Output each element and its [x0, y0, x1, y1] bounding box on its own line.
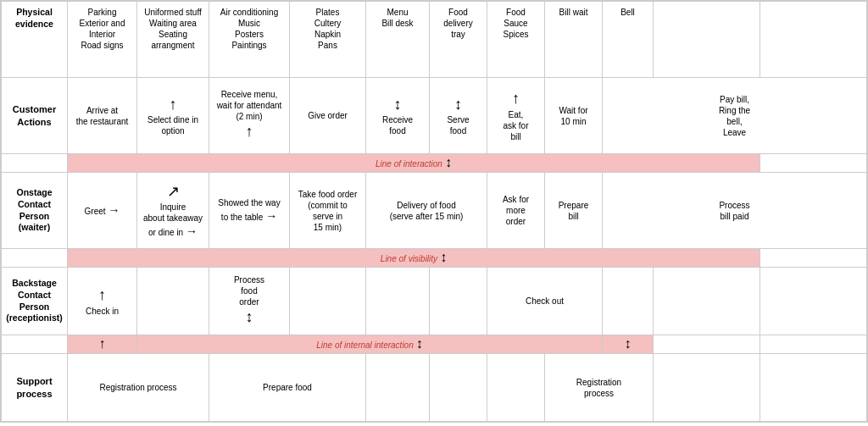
customer-select: ↑Select dine inoption	[137, 78, 209, 154]
customer-give-order: Give order	[290, 78, 366, 154]
support-label: Supportprocess	[2, 354, 68, 422]
line-of-internal-label: Line of internal interaction	[316, 340, 414, 350]
header-col9: Bell	[603, 2, 654, 78]
customer-eat: ↑Eat,ask forbill	[487, 78, 545, 154]
onstage-delivery: Delivery of food(serve after 15 min)	[366, 173, 487, 249]
customer-pay: Pay bill,Ring thebell,Leave	[603, 78, 867, 154]
customer-wait: Wait for10 min	[545, 78, 603, 154]
header-col2: Uniformed stuffWaiting areaSeating arran…	[137, 2, 209, 78]
support-prepare-food: Prepare food	[209, 354, 366, 422]
support-empty2	[430, 354, 487, 422]
header-col3: Air conditioningMusicPostersPaintings	[209, 2, 290, 78]
backstage-empty4	[430, 268, 487, 335]
header-col7: FoodSauceSpices	[487, 2, 545, 78]
header-col10	[654, 2, 760, 78]
onstage-inquire: ↗Inquireabout takeawayor dine in →	[137, 173, 209, 249]
backstage-empty5	[603, 268, 654, 335]
line-of-interaction-label: Line of interaction	[376, 159, 442, 169]
backstage-empty6	[654, 268, 760, 335]
onstage-row: OnstageContactPerson(waiter) Greet → ↗In…	[2, 173, 867, 249]
separator-interaction: Line of interaction ↕	[2, 154, 867, 173]
header-col8: Bill wait	[545, 2, 603, 78]
support-row: Supportprocess Registration process Prep…	[2, 354, 867, 422]
backstage-empty7	[760, 268, 867, 335]
customer-menu: Receive menu,wait for attendant(2 min) ↑	[209, 78, 290, 154]
support-empty1	[366, 354, 430, 422]
backstage-empty2	[290, 268, 366, 335]
onstage-take-order: Take food order(commit toserve in15 min)	[290, 173, 366, 249]
onstage-showed: Showed the wayto the table →	[209, 173, 290, 249]
onstage-ask-more: Ask formoreorder	[487, 173, 545, 249]
separator-visibility: Line of visibility ↕	[2, 249, 867, 268]
onstage-prepare-bill: Preparebill	[545, 173, 603, 249]
blueprint-container: Physical evidence ParkingExterior and In…	[0, 0, 868, 423]
backstage-empty1	[137, 268, 209, 335]
backstage-row: BackstageContactPerson(receptionist) ↑Ch…	[2, 268, 867, 335]
header-row: Physical evidence ParkingExterior and In…	[2, 2, 867, 78]
support-empty3	[487, 354, 545, 422]
customer-row: Customer Actions Arrive atthe restaurant…	[2, 78, 867, 154]
header-col11	[760, 2, 867, 78]
onstage-process-bill: Processbill paid	[603, 173, 867, 249]
support-empty4	[654, 354, 760, 422]
header-col5: MenuBill desk	[366, 2, 430, 78]
line-of-visibility-label: Line of visibility	[381, 254, 437, 263]
backstage-empty3	[366, 268, 430, 335]
customer-serve: ↕Servefood	[430, 78, 487, 154]
backstage-checkout: Check out	[487, 268, 603, 335]
backstage-process-food: Processfoodorder↕	[209, 268, 290, 335]
onstage-label: OnstageContactPerson(waiter)	[2, 173, 68, 249]
customer-arrive: Arrive atthe restaurant	[68, 78, 137, 154]
support-empty5	[760, 354, 867, 422]
customer-receive-food: ↕Receivefood	[366, 78, 430, 154]
onstage-greet: Greet →	[68, 173, 137, 249]
support-registration2: Registrationprocess	[545, 354, 654, 422]
header-col0: Physical evidence	[2, 2, 68, 78]
separator-internal: ↑ Line of internal interaction ↕ ↕	[2, 335, 867, 354]
header-col4: PlatesCulteryNapkinPans	[290, 2, 366, 78]
support-registration1: Registration process	[68, 354, 209, 422]
backstage-checkin: ↑Check in	[68, 268, 137, 335]
header-col1: ParkingExterior and InteriorRoad signs	[68, 2, 137, 78]
customer-label: Customer Actions	[2, 78, 68, 154]
backstage-label: BackstageContactPerson(receptionist)	[2, 268, 68, 335]
header-col6: Fooddeliverytray	[430, 2, 487, 78]
